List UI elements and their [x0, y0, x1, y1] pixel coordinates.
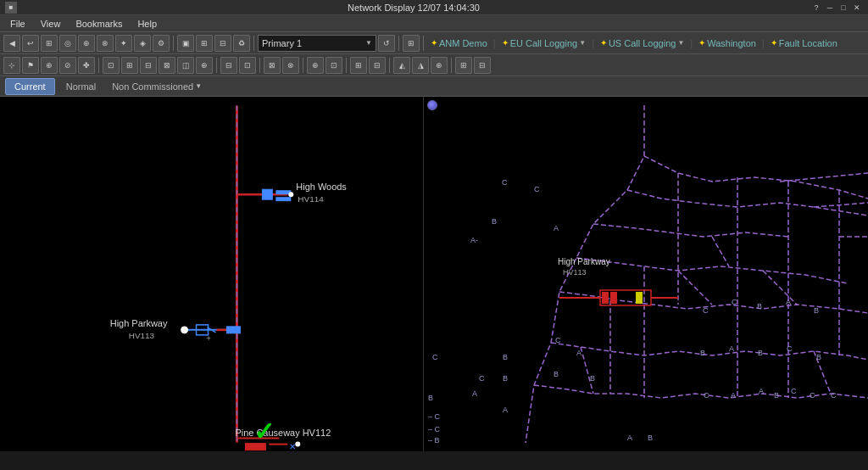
svg-text:A: A [472, 389, 477, 398]
svg-text:B: B [503, 353, 508, 361]
tb2-icon-23[interactable]: ⊞ [455, 57, 472, 74]
toolbar-separator-3 [398, 36, 399, 51]
tb-icon-5[interactable]: ⊕ [78, 35, 95, 52]
menubar: File View Bookmarks Help [0, 15, 868, 32]
left-panel[interactable]: High Woods HV114 + High Parkway HV113 [0, 97, 424, 451]
menu-bookmarks[interactable]: Bookmarks [69, 17, 129, 31]
tb2-sep-6 [389, 58, 390, 73]
svg-text:B: B [590, 374, 595, 383]
tb2-icon-6[interactable]: ⊡ [103, 57, 120, 74]
tb2-sep-5 [346, 58, 347, 73]
svg-text:Pine Causeway HV112: Pine Causeway HV112 [235, 428, 331, 438]
svg-text:C: C [831, 391, 837, 400]
svg-text:B: B [503, 374, 508, 383]
tb-icon-10[interactable]: ▣ [177, 35, 194, 52]
tb2-sep-7 [451, 58, 452, 73]
svg-text:A: A [759, 387, 764, 395]
tb-icon-13[interactable]: ♻ [233, 35, 250, 52]
tb2-icon-14[interactable]: ⊠ [264, 57, 281, 74]
toolbar1: ◀ ↩ ⊞ ◎ ⊕ ⊗ ✦ ◈ ⚙ ▣ ⊞ ⊟ ♻ ▼ ↺ ⊞ ✦ ANM De… [0, 32, 868, 54]
tab-non-commissioned[interactable]: Non Commissioned ▼ [107, 79, 207, 94]
fault-location-link[interactable]: ✦ Fault Location [767, 36, 841, 50]
minimize-button[interactable]: ─ [824, 2, 836, 14]
tb-icon-2[interactable]: ↩ [22, 35, 39, 52]
tb2-icon-12[interactable]: ⊟ [220, 57, 237, 74]
app-icon: ■ [5, 2, 17, 14]
svg-text:C: C [703, 306, 709, 315]
svg-rect-4 [262, 189, 272, 199]
tb2-icon-10[interactable]: ◫ [177, 57, 194, 74]
tb-icon-6[interactable]: ⊗ [97, 35, 114, 52]
tb2-sep-3 [259, 58, 260, 73]
svg-text:C: C [732, 298, 737, 306]
tb2-icon-4[interactable]: ⊘ [59, 57, 76, 74]
tb2-icon-22[interactable]: ⊕ [431, 57, 448, 74]
svg-text:✕: ✕ [289, 442, 296, 451]
anm-demo-link[interactable]: ✦ ANM Demo [427, 36, 491, 50]
tb2-icon-17[interactable]: ⊡ [326, 57, 342, 74]
svg-point-23 [295, 442, 300, 447]
menu-file[interactable]: File [3, 17, 32, 31]
svg-text:C: C [432, 353, 438, 361]
washington-link[interactable]: ✦ Washington [695, 36, 760, 50]
svg-point-11 [181, 327, 188, 333]
primary-input-arrow[interactable]: ▼ [365, 39, 372, 47]
globe-indicator [427, 100, 437, 110]
tb2-icon-8[interactable]: ⊟ [140, 57, 157, 74]
tb2-icon-11[interactable]: ⊕ [196, 57, 213, 74]
help-button[interactable]: ? [810, 2, 822, 14]
svg-text:A-: A- [470, 236, 478, 244]
tb2-icon-9[interactable]: ⊠ [159, 57, 175, 74]
svg-text:– B: – B [428, 436, 440, 445]
primary-input[interactable] [262, 38, 364, 48]
svg-text:C: C [787, 344, 793, 353]
tb2-icon-16[interactable]: ⊕ [307, 57, 324, 74]
svg-text:– C: – C [428, 412, 441, 421]
tb2-icon-24[interactable]: ⊟ [474, 57, 491, 74]
tb2-sep-4 [303, 58, 303, 73]
tb-icon-1[interactable]: ◀ [3, 35, 20, 52]
tb2-icon-18[interactable]: ⊞ [350, 57, 367, 74]
tb-icon-9[interactable]: ⚙ [153, 35, 170, 52]
svg-text:A: A [627, 434, 632, 442]
us-call-logging-link[interactable]: ✦ US Call Logging ▼ [597, 36, 687, 50]
eu-call-logging-link[interactable]: ✦ EU Call Logging ▼ [498, 36, 589, 50]
tb2-icon-7[interactable]: ⊞ [121, 57, 138, 74]
svg-text:B: B [816, 353, 821, 361]
svg-text:HV113: HV113 [563, 268, 587, 277]
tb2-icon-5[interactable]: ✤ [78, 57, 95, 74]
menu-help[interactable]: Help [131, 17, 164, 31]
tb-icon-12[interactable]: ⊟ [214, 35, 231, 52]
svg-rect-26 [424, 105, 868, 443]
tb2-icon-15[interactable]: ⊗ [282, 57, 299, 74]
maximize-button[interactable]: □ [837, 2, 849, 14]
tb-icon-3[interactable]: ⊞ [41, 35, 58, 52]
tb2-icon-13[interactable]: ⊡ [239, 57, 256, 74]
tb2-icon-21[interactable]: ◮ [412, 57, 429, 74]
tb-icon-4[interactable]: ◎ [59, 35, 76, 52]
svg-text:B: B [757, 302, 762, 311]
right-panel[interactable]: High Parkway HV113 C C B A A- B C B A B … [424, 97, 868, 451]
svg-text:B: B [554, 370, 559, 378]
svg-text:C: C [810, 391, 815, 400]
close-button[interactable]: ✕ [851, 2, 863, 14]
tb-refresh[interactable]: ↺ [378, 35, 395, 52]
tb-icon-11[interactable]: ⊞ [196, 35, 213, 52]
tb2-icon-3[interactable]: ⊕ [41, 57, 58, 74]
svg-point-7 [288, 192, 293, 197]
tb2-icon-1[interactable]: ⊹ [3, 57, 20, 74]
tab-normal[interactable]: Normal [57, 78, 105, 95]
svg-text:B: B [814, 306, 819, 315]
tb2-icon-19[interactable]: ⊟ [369, 57, 386, 74]
tb2-icon-20[interactable]: ◭ [393, 57, 410, 74]
viewtabs: Current Normal Non Commissioned ▼ [0, 76, 868, 97]
tb2-icon-2[interactable]: ⚑ [22, 57, 39, 74]
menu-view[interactable]: View [34, 17, 68, 31]
toolbar2: ⊹ ⚑ ⊕ ⊘ ✤ ⊡ ⊞ ⊟ ⊠ ◫ ⊕ ⊟ ⊡ ⊠ ⊗ ⊕ ⊡ ⊞ ⊟ ◭ … [0, 54, 868, 76]
tb-icon-8[interactable]: ◈ [134, 35, 151, 52]
tab-current[interactable]: Current [5, 78, 55, 95]
tab-dropdown-arrow: ▼ [195, 82, 202, 90]
window-controls: ? ─ □ ✕ [810, 2, 863, 14]
tb-icon-14[interactable]: ⊞ [403, 35, 420, 52]
tb-icon-7[interactable]: ✦ [115, 35, 132, 52]
